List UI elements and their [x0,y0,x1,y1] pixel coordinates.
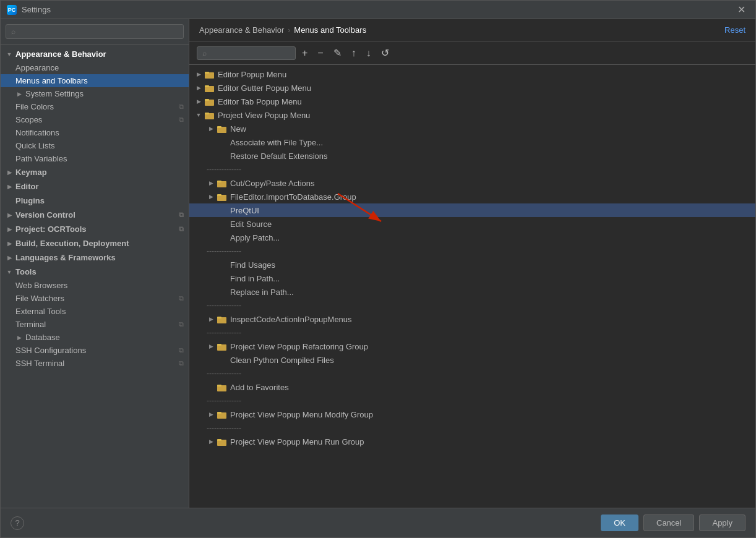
folder-icon [217,314,226,324]
window-title: Settings [22,5,51,14]
copy-icon: ⧉ [179,320,184,328]
sidebar-item-appearance-behavior[interactable]: ▼ Appearance & Behavior [1,47,189,61]
expand-arrow-icon: ▶ [207,192,215,201]
list-item[interactable]: ▶ Project View Popup Menu Modify Group [189,408,755,421]
bottom-bar: ? OK Cancel Apply [1,508,755,537]
breadcrumb-menus-toolbars: Menus and Toolbars [294,25,366,35]
collapse-arrow-icon: ▼ [194,111,203,119]
svg-rect-17 [217,317,221,318]
ok-button[interactable]: OK [601,515,638,531]
svg-rect-15 [217,194,221,196]
copy-icon: ⧉ [179,116,184,124]
sidebar-item-appearance[interactable]: Appearance [1,61,189,74]
sidebar-tree: ▼ Appearance & Behavior Appearance Menus… [1,45,189,508]
list-item[interactable]: ▶ New [189,122,755,135]
list-item-add-to-favorites[interactable]: ▶ Add to Favorites [189,380,755,394]
list-item[interactable]: ▶ Editor Popup Menu [189,67,755,81]
sidebar-item-version-control[interactable]: ▶ Version Control ⧉ [1,208,189,222]
sidebar-item-notifications[interactable]: Notifications [1,126,189,139]
list-item[interactable]: ▶ InspectCodeActionInPopupMenus [189,312,755,326]
expand-arrow-icon: ▶ [6,254,13,262]
svg-rect-25 [217,439,221,441]
breadcrumb-appearance-behavior: Appearance & Behavior [199,25,284,35]
list-item[interactable]: ▶ Find in Path... [189,271,755,285]
list-item[interactable]: ▶ Edit Source [189,217,755,231]
list-item[interactable]: ▶ Cut/Copy/Paste Actions [189,176,755,190]
app-logo: PC [7,5,17,15]
sidebar-item-menus-toolbars[interactable]: Menus and Toolbars [1,74,189,87]
sidebar-item-languages-frameworks[interactable]: ▶ Languages & Frameworks [1,250,189,265]
folder-icon [217,178,226,188]
list-item[interactable]: ▶ Restore Default Extensions [189,149,755,163]
sidebar-item-external-tools[interactable]: External Tools [1,305,189,318]
move-up-button[interactable]: ↑ [348,46,360,61]
folder-icon [217,437,226,446]
svg-rect-3 [205,72,209,74]
sidebar-item-web-browsers[interactable]: Web Browsers [1,279,189,292]
tree-list-container: ▶ Editor Popup Menu ▶ Editor Gutter Popu… [189,65,755,508]
list-item[interactable]: ▼ Project View Popup Menu [189,108,755,122]
remove-button[interactable]: − [314,46,327,61]
list-item[interactable]: ▶ Project View Popup Refactoring Group [189,339,755,353]
sidebar-item-system-settings[interactable]: ▶ System Settings [1,87,189,100]
sidebar-item-plugins[interactable]: Plugins [1,194,189,208]
move-down-button[interactable]: ↓ [363,46,375,61]
folder-icon [217,382,226,392]
list-item[interactable]: ▶ Find Usages [189,258,755,271]
sidebar-search-input[interactable] [6,24,184,39]
list-item-preqtui[interactable]: ▶ PreQtUI [189,203,755,217]
list-item[interactable]: ▶ Clean Python Compiled Files [189,353,755,367]
list-item[interactable]: ▶ Associate with File Type... [189,135,755,149]
main-toolbar: + − ✎ ↑ ↓ ↺ [189,41,755,65]
apply-button[interactable]: Apply [699,515,745,531]
cancel-button[interactable]: Cancel [643,515,694,531]
folder-icon [204,110,214,120]
edit-button[interactable]: ✎ [330,45,345,61]
sidebar-item-file-watchers[interactable]: File Watchers ⧉ [1,292,189,305]
main-panel: Appearance & Behavior › Menus and Toolba… [189,19,755,508]
svg-rect-19 [217,344,221,346]
sidebar-item-tools[interactable]: ▼ Tools [1,265,189,279]
copy-icon: ⧉ [179,294,184,302]
sidebar-item-keymap[interactable]: ▶ Keymap [1,165,189,179]
sidebar-item-build-execution[interactable]: ▶ Build, Execution, Deployment [1,236,189,250]
svg-rect-11 [217,126,221,128]
list-item[interactable]: ▶ Replace in Path... [189,285,755,299]
sidebar-item-ssh-terminal[interactable]: SSH Terminal ⧉ [1,357,189,370]
add-button[interactable]: + [298,46,311,61]
separator-item: -------------- [189,394,755,408]
separator-item: -------------- [189,244,755,258]
expand-arrow-icon: ▶ [207,437,215,446]
list-item[interactable]: ▶ Project View Popup Menu Run Group [189,435,755,448]
sidebar-item-editor[interactable]: ▶ Editor [1,179,189,194]
sidebar-item-project-ocrtools[interactable]: ▶ Project: OCRTools ⧉ [1,222,189,236]
expand-arrow-icon: ▶ [207,124,215,133]
list-item[interactable]: ▶ Editor Gutter Popup Menu [189,81,755,95]
list-item[interactable]: ▶ FileEditor.ImportToDatabase.Group [189,190,755,203]
separator-item: -------------- [189,299,755,312]
expand-arrow-icon: ▶ [194,70,203,79]
sidebar-item-path-variables[interactable]: Path Variables [1,152,189,165]
sidebar-item-file-colors[interactable]: File Colors ⧉ [1,100,189,113]
title-bar-left: PC Settings [7,5,51,15]
sidebar-item-scopes[interactable]: Scopes ⧉ [1,113,189,126]
expand-arrow-icon: ▶ [15,90,23,98]
svg-rect-9 [205,113,209,114]
expand-arrow-icon: ▶ [6,240,13,247]
sidebar-item-terminal[interactable]: Terminal ⧉ [1,318,189,331]
reset-icon-button[interactable]: ↺ [377,45,393,61]
sidebar-item-database[interactable]: ▶ Database [1,331,189,344]
help-button[interactable]: ? [11,516,24,530]
copy-icon: ⧉ [179,359,184,367]
folder-icon [204,96,214,106]
folder-icon [204,69,214,79]
tree-list: ▶ Editor Popup Menu ▶ Editor Gutter Popu… [189,65,755,508]
sidebar-item-ssh-configurations[interactable]: SSH Configurations ⧉ [1,344,189,357]
close-button[interactable]: ✕ [734,2,749,17]
toolbar-search-input[interactable] [197,46,296,60]
sidebar-item-quick-lists[interactable]: Quick Lists [1,139,189,152]
reset-button[interactable]: Reset [724,25,745,35]
list-item[interactable]: ▶ Editor Tab Popup Menu [189,95,755,108]
svg-rect-5 [205,85,209,87]
list-item[interactable]: ▶ Apply Patch... [189,231,755,244]
